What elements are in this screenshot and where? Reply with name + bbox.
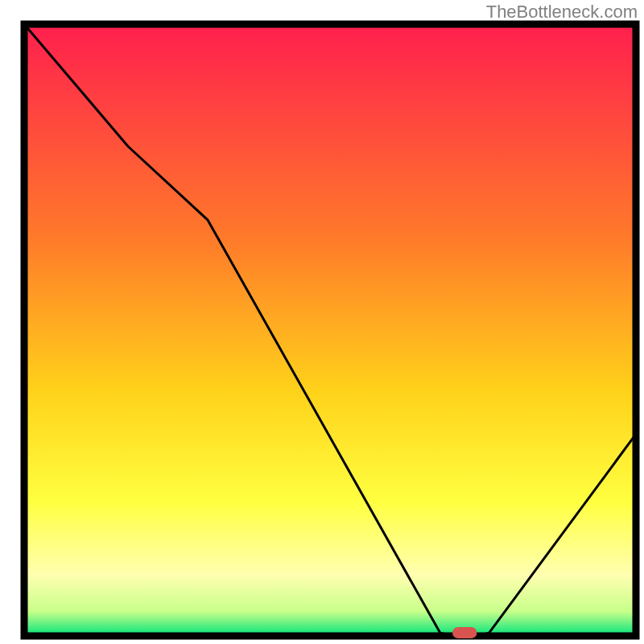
chart-svg (0, 0, 644, 644)
bottleneck-chart: TheBottleneck.com (0, 0, 644, 644)
plot-background (24, 24, 636, 636)
attribution-label: TheBottleneck.com (486, 2, 638, 23)
optimal-marker (452, 627, 477, 638)
